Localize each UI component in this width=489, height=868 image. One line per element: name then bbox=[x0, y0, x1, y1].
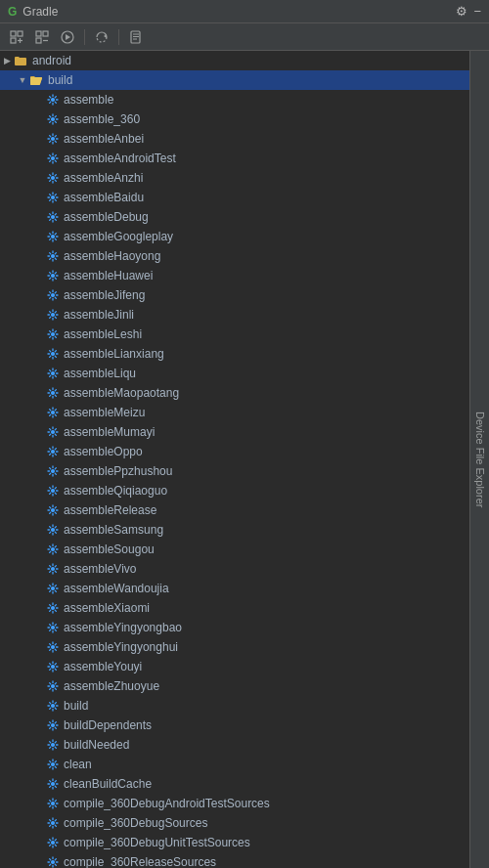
tree-item-build[interactable]: ▼ build bbox=[0, 70, 469, 90]
svg-point-19 bbox=[52, 118, 55, 121]
tree-item-compile_360ReleaseSources[interactable]: compile_360ReleaseSources bbox=[0, 852, 469, 868]
svg-point-21 bbox=[52, 138, 55, 141]
tree-item-compile_360DebugUnitTestSources[interactable]: compile_360DebugUnitTestSources bbox=[0, 833, 469, 852]
tree-item-assembleMaopaotang[interactable]: assembleMaopaotang bbox=[0, 383, 469, 403]
run-button[interactable] bbox=[57, 28, 78, 46]
svg-point-77 bbox=[52, 685, 55, 688]
svg-point-57 bbox=[52, 490, 55, 493]
tree-item-assembleAnbei[interactable]: assembleAnbei bbox=[0, 129, 469, 149]
tree-item-build[interactable]: build bbox=[0, 696, 469, 716]
tree-item-compile_360DebugAndroidTestSources[interactable]: compile_360DebugAndroidTestSources bbox=[0, 794, 469, 813]
tree-item-assembleLiqu[interactable]: assembleLiqu bbox=[0, 364, 469, 383]
tree-item-label: assembleHaoyong bbox=[64, 249, 160, 263]
tree-item-assembleLeshi[interactable]: assembleLeshi bbox=[0, 325, 469, 344]
tree-item-buildDependents[interactable]: buildDependents bbox=[0, 716, 469, 735]
tree-item-assembleOppo[interactable]: assembleOppo bbox=[0, 442, 469, 461]
tree-item-assembleJifeng[interactable]: assembleJifeng bbox=[0, 285, 469, 305]
tree-item-assembleYouyi[interactable]: assembleYouyi bbox=[0, 657, 469, 676]
tree-item-assembleYingyongbao[interactable]: assembleYingyongbao bbox=[0, 618, 469, 637]
gear-task-icon bbox=[45, 483, 61, 499]
svg-rect-6 bbox=[43, 31, 48, 36]
svg-marker-11 bbox=[104, 34, 107, 38]
tree-item-label: compile_360DebugSources bbox=[64, 816, 207, 830]
tree-item-label: compile_360ReleaseSources bbox=[64, 855, 216, 868]
tree-item-label: assembleSamsung bbox=[64, 523, 163, 537]
tree-item-compile_360DebugSources[interactable]: compile_360DebugSources bbox=[0, 813, 469, 833]
tree-item-assembleMeizu[interactable]: assembleMeizu bbox=[0, 403, 469, 422]
svg-point-39 bbox=[52, 314, 55, 317]
gear-task-icon bbox=[45, 170, 61, 186]
tree-item-assembleZhuoyue[interactable]: assembleZhuoyue bbox=[0, 676, 469, 696]
expand-all-button[interactable] bbox=[6, 28, 27, 46]
tree-item-assemblePpzhushou[interactable]: assemblePpzhushou bbox=[0, 461, 469, 481]
gear-task-icon bbox=[45, 190, 61, 205]
tree-item-assembleJinli[interactable]: assembleJinli bbox=[0, 305, 469, 325]
device-file-explorer-tab[interactable]: Device File Explorer bbox=[469, 51, 489, 868]
tree-item-assembleQiqiaoguo[interactable]: assembleQiqiaoguo bbox=[0, 481, 469, 500]
gear-task-icon bbox=[45, 444, 61, 459]
toolbar-separator-2 bbox=[118, 29, 119, 45]
folder-icon bbox=[14, 55, 29, 66]
tree-item-assembleHaoyong[interactable]: assembleHaoyong bbox=[0, 246, 469, 266]
tree-item-assembleSamsung[interactable]: assembleSamsung bbox=[0, 520, 469, 540]
svg-point-67 bbox=[52, 587, 55, 590]
tree-item-label: assembleZhuoyue bbox=[64, 679, 159, 693]
tree-item-assembleGoogleplay[interactable]: assembleGoogleplay bbox=[0, 227, 469, 246]
tree-item-assemble[interactable]: assemble bbox=[0, 90, 469, 109]
tree-item-label: assembleWandoujia bbox=[64, 582, 169, 595]
tree-item-assembleWandoujia[interactable]: assembleWandoujia bbox=[0, 579, 469, 598]
settings-icon[interactable]: ⚙ bbox=[456, 5, 467, 18]
gear-task-icon bbox=[45, 542, 61, 557]
svg-point-91 bbox=[52, 822, 55, 825]
script-button[interactable] bbox=[125, 28, 147, 46]
gear-task-icon bbox=[45, 815, 61, 831]
svg-point-61 bbox=[52, 529, 55, 532]
tree-item-buildNeeded[interactable]: buildNeeded bbox=[0, 735, 469, 755]
tree-arrow[interactable]: ▶ bbox=[0, 56, 14, 65]
tree-item-label: assembleMeizu bbox=[64, 406, 145, 419]
tree-item-assembleYingyonghui[interactable]: assembleYingyonghui bbox=[0, 637, 469, 657]
gear-task-icon bbox=[45, 248, 61, 264]
tree-item-assembleVivo[interactable]: assembleVivo bbox=[0, 559, 469, 579]
gradle-logo-icon: G bbox=[8, 5, 17, 19]
tree-item-android[interactable]: ▶ android bbox=[0, 51, 469, 70]
svg-point-51 bbox=[52, 431, 55, 434]
tree-item-label: clean bbox=[64, 758, 92, 771]
svg-point-49 bbox=[52, 412, 55, 414]
gear-task-icon bbox=[45, 268, 61, 283]
tree-item-label: assembleLiqu bbox=[64, 367, 136, 380]
minimize-icon[interactable]: − bbox=[473, 5, 481, 18]
tree-item-label: assembleDebug bbox=[64, 210, 149, 224]
tree-item-cleanBuildCache[interactable]: cleanBuildCache bbox=[0, 774, 469, 794]
collapse-all-button[interactable] bbox=[31, 28, 53, 46]
svg-point-59 bbox=[52, 509, 55, 512]
tree-item-label: buildNeeded bbox=[64, 738, 129, 752]
tree-item-label: assembleVivo bbox=[64, 562, 136, 576]
tree-item-assembleAndroidTest[interactable]: assembleAndroidTest bbox=[0, 149, 469, 168]
tree-item-assembleDebug[interactable]: assembleDebug bbox=[0, 207, 469, 227]
gear-task-icon bbox=[45, 581, 61, 596]
tree-item-assembleHuawei[interactable]: assembleHuawei bbox=[0, 266, 469, 285]
tree-item-assembleBaidu[interactable]: assembleBaidu bbox=[0, 188, 469, 207]
svg-point-33 bbox=[52, 255, 55, 258]
tree-item-clean[interactable]: clean bbox=[0, 755, 469, 774]
tree-item-label: assembleMaopaotang bbox=[64, 386, 179, 400]
sync-button[interactable] bbox=[91, 28, 112, 46]
tree-item-assembleMumayi[interactable]: assembleMumayi bbox=[0, 422, 469, 442]
gear-task-icon bbox=[45, 776, 61, 792]
svg-point-81 bbox=[52, 724, 55, 727]
tree-item-assembleLianxiang[interactable]: assembleLianxiang bbox=[0, 344, 469, 364]
gear-task-icon bbox=[45, 854, 61, 868]
gear-task-icon bbox=[45, 346, 61, 362]
tree-item-assembleAnzhi[interactable]: assembleAnzhi bbox=[0, 168, 469, 188]
svg-marker-10 bbox=[66, 34, 70, 40]
svg-point-87 bbox=[52, 783, 55, 786]
svg-point-43 bbox=[52, 353, 55, 356]
tree-item-assembleXiaomi[interactable]: assembleXiaomi bbox=[0, 598, 469, 618]
tree-item-assembleSougou[interactable]: assembleSougou bbox=[0, 540, 469, 559]
tree-item-assembleRelease[interactable]: assembleRelease bbox=[0, 500, 469, 520]
tree-item-label: assemblePpzhushou bbox=[64, 464, 172, 478]
tree-item-assemble_360[interactable]: assemble_360 bbox=[0, 109, 469, 129]
tree-arrow[interactable]: ▼ bbox=[16, 75, 29, 85]
tree-item-label: assembleAnzhi bbox=[64, 171, 143, 185]
